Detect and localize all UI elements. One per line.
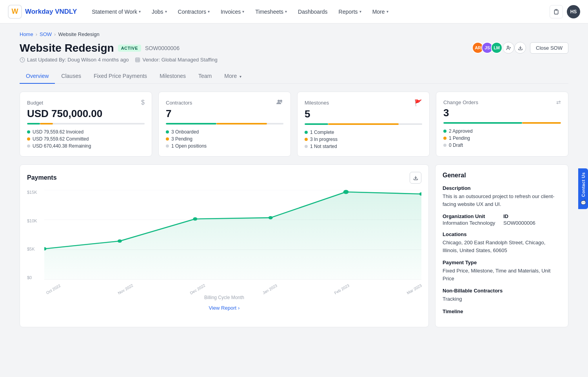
general-non-billable-value: Tracking	[443, 295, 561, 303]
general-description-label: Description	[443, 185, 561, 191]
vendor-meta: Vendor: Global Managed Staffing	[135, 57, 217, 63]
chevron-down-icon: ▾	[242, 9, 244, 14]
nav-timesheets[interactable]: Timesheets ▾	[250, 0, 292, 23]
close-sow-button[interactable]: Close SOW	[530, 42, 568, 54]
budget-item-remaining: USD 670,440.38 Remaining	[27, 143, 145, 149]
vendor-text: Vendor: Global Managed Staffing	[142, 57, 217, 63]
svg-point-5	[280, 100, 282, 102]
dollar-icon: $	[141, 99, 145, 106]
contractors-onboarded-text: 3 Onboarded	[171, 129, 199, 135]
gray-dot	[27, 144, 30, 148]
add-person-button[interactable]	[503, 42, 514, 54]
payments-title: Payments	[27, 174, 57, 181]
notifications-button[interactable]	[550, 5, 563, 18]
nav-more[interactable]: More ▾	[367, 0, 394, 23]
x-label-jan2023: Jan 2023	[262, 283, 278, 295]
general-org-unit-value: Information Technology	[443, 220, 500, 226]
milestones-items: 1 Complete 3 In progress 1 Not started	[305, 130, 422, 149]
nav-contractors[interactable]: Contractors ▾	[172, 0, 215, 23]
user-avatar-button[interactable]: HS	[567, 5, 580, 18]
view-report-button[interactable]: View Report ›	[27, 305, 421, 311]
tab-more-label: More	[224, 73, 237, 79]
chart-area: $15K $10K $5K $0	[27, 190, 421, 292]
contractors-value: 7	[166, 108, 283, 120]
general-locations-section: Locations Chicago, 200 East Randolph Str…	[443, 231, 561, 254]
nav-statement-of-work[interactable]: Statement of Work ▾	[86, 0, 146, 23]
clipboard-icon	[553, 9, 559, 15]
breadcrumb-home[interactable]: Home	[20, 31, 33, 37]
chart-container: $15K $10K $5K $0	[27, 190, 421, 300]
change-orders-card: Change Orders ⇄ 3 2 Approved 1 Pending	[436, 92, 568, 157]
yellow-dot	[166, 137, 169, 141]
budget-card-header: Budget $	[27, 99, 145, 106]
milestones-bar-notstarted	[399, 123, 422, 125]
nav-reports[interactable]: Reports ▾	[333, 0, 367, 23]
contractors-card: Contractors 7	[158, 92, 291, 157]
breadcrumb-separator: ›	[36, 31, 37, 37]
nav-invoices[interactable]: Invoices ▾	[215, 0, 250, 23]
nav-dashboards[interactable]: Dashboards	[292, 0, 333, 23]
change-orders-card-header: Change Orders ⇄	[443, 99, 561, 105]
x-label-mar2023: Mar 2023	[406, 283, 423, 295]
download-button[interactable]	[514, 42, 526, 54]
milestones-item-inprogress: 3 In progress	[305, 137, 422, 142]
avatar-lm[interactable]: LM	[491, 42, 503, 54]
gray-dot	[443, 144, 446, 147]
general-id-label: ID	[503, 213, 561, 219]
breadcrumb: Home › SOW › Website Redesign	[20, 31, 568, 37]
green-dot	[27, 130, 30, 133]
milestones-complete-text: 1 Complete	[310, 130, 334, 135]
contractors-card-header: Contractors	[166, 99, 283, 106]
svg-point-15	[343, 190, 349, 194]
x-label-feb2023: Feb 2023	[334, 283, 350, 295]
contractors-label: Contractors	[166, 100, 192, 106]
change-orders-bar-pending	[522, 122, 561, 124]
chevron-down-icon: ▾	[387, 9, 388, 14]
tab-more[interactable]: More ▾	[218, 69, 248, 84]
page-header: Website Redesign ACTIVE SOW0000006 Last …	[20, 42, 568, 63]
contractors-item-open: 1 Open positions	[166, 143, 283, 149]
contact-us-icon: 💬	[581, 200, 586, 205]
tab-fixed-price-payments[interactable]: Fixed Price Payments	[87, 69, 153, 84]
green-dot	[443, 130, 446, 133]
nav-timesheets-label: Timesheets	[255, 9, 283, 15]
change-orders-item-draft: 0 Draft	[443, 143, 561, 148]
contractors-bar-open	[267, 123, 283, 124]
change-orders-bar	[443, 122, 561, 124]
nav-reports-label: Reports	[339, 9, 358, 15]
contact-us-label: Contact Us	[581, 172, 586, 197]
tab-team[interactable]: Team	[192, 69, 218, 84]
change-orders-icon: ⇄	[556, 99, 561, 105]
gray-dot	[166, 144, 169, 148]
chevron-down-icon: ▾	[285, 9, 287, 14]
nav-sow-label: Statement of Work	[92, 9, 137, 15]
logo-area[interactable]: W Workday VNDLY	[8, 5, 77, 19]
chart-svg-wrapper	[44, 190, 421, 280]
change-orders-draft-text: 0 Draft	[449, 143, 463, 148]
budget-card: Budget $ USD 750,000.00 USD 79,559.62 In…	[20, 92, 152, 157]
contact-us-button[interactable]: 💬 Contact Us	[578, 168, 588, 209]
breadcrumb-sow[interactable]: SOW	[40, 31, 52, 37]
general-org-unit-label: Organization Unit	[443, 213, 500, 219]
page-title-area: Website Redesign ACTIVE SOW0000006 Last …	[20, 42, 218, 63]
chart-x-labels: Oct 2022 Nov 2022 Dec 2022 Jan 2023 Feb …	[44, 287, 421, 292]
tab-milestones[interactable]: Milestones	[153, 69, 192, 84]
title-row: Website Redesign ACTIVE SOW0000006	[20, 42, 218, 54]
budget-invoiced-text: USD 79,559.62 Invoiced	[33, 129, 83, 135]
tab-overview[interactable]: Overview	[20, 69, 55, 84]
chevron-down-icon: ▾	[208, 9, 210, 14]
nav-jobs[interactable]: Jobs ▾	[146, 0, 172, 23]
green-dot	[166, 130, 169, 133]
tab-clauses[interactable]: Clauses	[55, 69, 87, 84]
payments-download-button[interactable]	[410, 172, 421, 184]
status-badge: ACTIVE	[118, 45, 141, 52]
yellow-dot	[443, 137, 446, 140]
contractors-bar-onboarded	[166, 123, 216, 124]
x-label-nov2022: Nov 2022	[117, 283, 134, 295]
milestones-inprogress-text: 3 In progress	[310, 137, 338, 142]
logo-icon: W	[8, 5, 22, 19]
svg-point-14	[269, 216, 273, 219]
change-orders-item-pending: 1 Pending	[443, 135, 561, 141]
milestones-card-header: Milestones 🚩	[305, 99, 422, 106]
nav-invoices-label: Invoices	[221, 9, 241, 15]
